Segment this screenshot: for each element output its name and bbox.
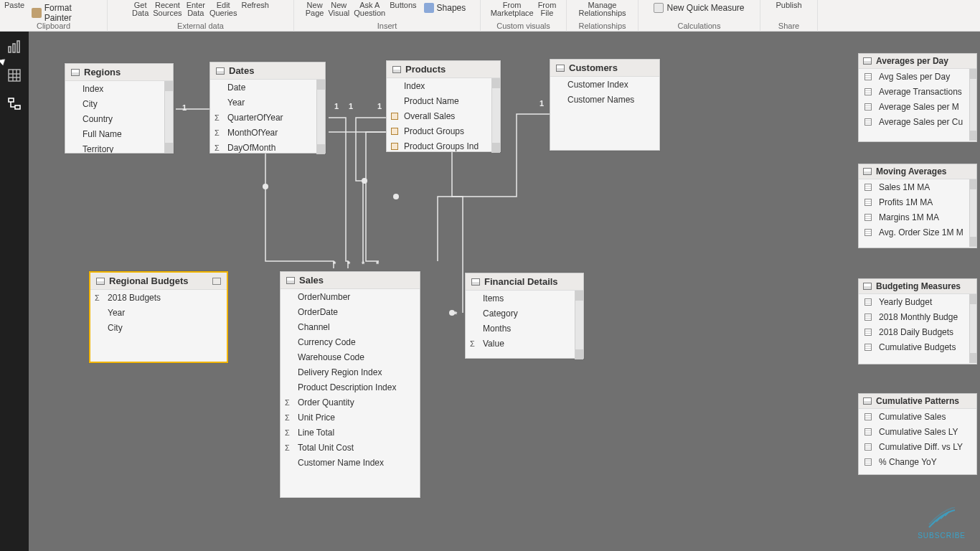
field-item[interactable]: Product Name (387, 93, 491, 108)
buttons-button[interactable]: Buttons (390, 1, 416, 9)
field-item[interactable]: ΣTotal Unit Cost (281, 440, 420, 455)
field-item[interactable]: % Change YoY (859, 454, 976, 469)
field-item[interactable]: Customer Name Index (281, 455, 420, 470)
model-view-icon[interactable] (5, 95, 24, 113)
table-options-icon[interactable] (212, 278, 221, 285)
field-item[interactable]: ΣDayOfMonth (210, 140, 316, 154)
table-header[interactable]: Regions (65, 64, 173, 81)
field-item[interactable]: City (90, 320, 227, 335)
field-item[interactable]: ΣLine Total (281, 425, 420, 440)
field-item[interactable]: OrderNumber (281, 289, 420, 304)
measure-table-budgeting-measures[interactable]: Budgeting Measures Yearly Budget 2018 Mo… (858, 278, 977, 364)
field-item[interactable]: Cumulative Sales (859, 409, 976, 424)
model-canvas[interactable]: 1 1 1 1 1 * * * * * Regions Index City C… (29, 32, 980, 551)
field-item[interactable]: Cumulative Diff. vs LY (859, 439, 976, 454)
table-header[interactable]: Customers (550, 60, 659, 77)
field-item[interactable]: Yearly Budget (859, 294, 969, 309)
table-header[interactable]: Dates (210, 62, 325, 80)
field-item[interactable]: Territory (65, 141, 164, 153)
field-item[interactable]: Product Groups Ind (387, 138, 491, 153)
field-item[interactable]: Customer Names (550, 92, 659, 107)
field-item[interactable]: Sales 1M MA (859, 179, 969, 194)
field-item[interactable]: ΣValue (466, 336, 575, 351)
field-item[interactable]: Category (466, 306, 575, 321)
table-header[interactable]: Regional Budgets (90, 273, 227, 290)
field-item[interactable]: Σ2018 Budgets (90, 290, 227, 305)
table-header[interactable]: Financial Details (466, 273, 583, 291)
field-item[interactable]: Warehouse Code (281, 349, 420, 364)
table-header[interactable]: Averages per Day (859, 54, 976, 69)
scrollbar[interactable] (316, 80, 325, 154)
field-item[interactable]: Customer Index (550, 77, 659, 92)
from-file-button[interactable]: From File (538, 1, 557, 17)
field-item[interactable]: ΣOrder Quantity (281, 395, 420, 410)
get-data-button[interactable]: Get Data (132, 1, 149, 17)
field-item[interactable]: Average Sales per Cu (859, 114, 969, 129)
field-item[interactable]: Items (466, 291, 575, 306)
field-item[interactable]: Index (387, 78, 491, 93)
ask-a-question-button[interactable]: Ask A Question (354, 1, 385, 17)
field-item[interactable]: City (65, 96, 164, 111)
paste-button[interactable]: Paste (4, 1, 24, 9)
field-item[interactable]: Year (210, 95, 316, 110)
table-financial-details[interactable]: Financial Details Items Category Months … (465, 273, 584, 359)
field-item[interactable]: ΣUnit Price (281, 410, 420, 425)
field-item[interactable]: Year (90, 305, 227, 320)
shapes-button[interactable]: Shapes (421, 1, 469, 14)
table-dates[interactable]: Dates Date Year ΣQuarterOfYear ΣMonthOfY… (209, 62, 326, 154)
field-item[interactable]: Full Name (65, 126, 164, 141)
field-item[interactable]: 2018 Daily Budgets (859, 324, 969, 339)
field-item[interactable]: Average Transactions (859, 84, 969, 99)
new-quick-measure-button[interactable]: New Quick Measure (651, 1, 747, 14)
table-header[interactable]: Products (387, 61, 500, 78)
table-header[interactable]: Cumulative Patterns (859, 394, 976, 409)
field-item[interactable]: Product Groups (387, 123, 491, 138)
field-item[interactable]: Index (65, 81, 164, 96)
field-item[interactable]: Avg. Order Size 1M M (859, 225, 969, 240)
field-item[interactable]: Delivery Region Index (281, 364, 420, 380)
table-regional-budgets[interactable]: Regional Budgets Σ2018 Budgets Year City (89, 271, 228, 363)
scrollbar[interactable] (491, 78, 500, 153)
table-header[interactable]: Budgeting Measures (859, 279, 976, 294)
measure-table-cumulative-patterns[interactable]: Cumulative Patterns Cumulative Sales Cum… (858, 393, 977, 475)
table-sales[interactable]: Sales OrderNumber OrderDate Channel Curr… (280, 271, 420, 498)
scrollbar[interactable] (969, 69, 976, 141)
table-regions[interactable]: Regions Index City Country Full Name Ter… (65, 63, 174, 154)
table-customers[interactable]: Customers Customer Index Customer Names (550, 59, 660, 151)
table-header[interactable]: Sales (281, 272, 420, 289)
new-visual-button[interactable]: New Visual (328, 1, 349, 17)
table-products[interactable]: Products Index Product Name Overall Sale… (386, 60, 501, 152)
field-item[interactable]: Margins 1M MA (859, 209, 969, 225)
field-item[interactable]: Cumulative Budgets (859, 339, 969, 354)
field-item[interactable]: Average Sales per M (859, 99, 969, 114)
field-item[interactable]: Country (65, 111, 164, 126)
data-view-icon[interactable] (5, 66, 24, 85)
scrollbar[interactable] (969, 294, 976, 363)
scrollbar[interactable] (164, 81, 173, 153)
field-item[interactable]: Cumulative Sales LY (859, 424, 976, 439)
field-item[interactable]: 2018 Monthly Budge (859, 309, 969, 324)
measure-table-averages-per-day[interactable]: Averages per Day Avg Sales per Day Avera… (858, 53, 977, 142)
field-item[interactable]: ΣMonthOfYear (210, 125, 316, 140)
field-item[interactable]: Avg Sales per Day (859, 69, 969, 84)
field-item[interactable]: Overall Sales (387, 108, 491, 123)
table-header[interactable]: Moving Averages (859, 164, 976, 179)
field-item[interactable]: Product Description Index (281, 380, 420, 395)
recent-sources-button[interactable]: Recent Sources (153, 1, 182, 17)
field-item[interactable]: ΣQuarterOfYear (210, 110, 316, 125)
edit-queries-button[interactable]: Edit Queries (209, 1, 237, 17)
publish-button[interactable]: Publish (776, 1, 801, 9)
new-page-button[interactable]: New Page (306, 1, 324, 17)
field-item[interactable]: Date (210, 80, 316, 95)
field-item[interactable]: Channel (281, 319, 420, 334)
field-item[interactable]: Currency Code (281, 334, 420, 349)
field-item[interactable]: Profits 1M MA (859, 194, 969, 209)
from-marketplace-button[interactable]: From Marketplace (491, 1, 534, 17)
manage-relationships-button[interactable]: Manage Relationships (578, 1, 626, 17)
measure-table-moving-averages[interactable]: Moving Averages Sales 1M MA Profits 1M M… (858, 164, 977, 248)
refresh-button[interactable]: Refresh (241, 1, 269, 9)
field-item[interactable]: OrderDate (281, 304, 420, 319)
field-item[interactable]: Months (466, 321, 575, 336)
scrollbar[interactable] (969, 179, 976, 247)
report-view-icon[interactable] (5, 37, 24, 56)
